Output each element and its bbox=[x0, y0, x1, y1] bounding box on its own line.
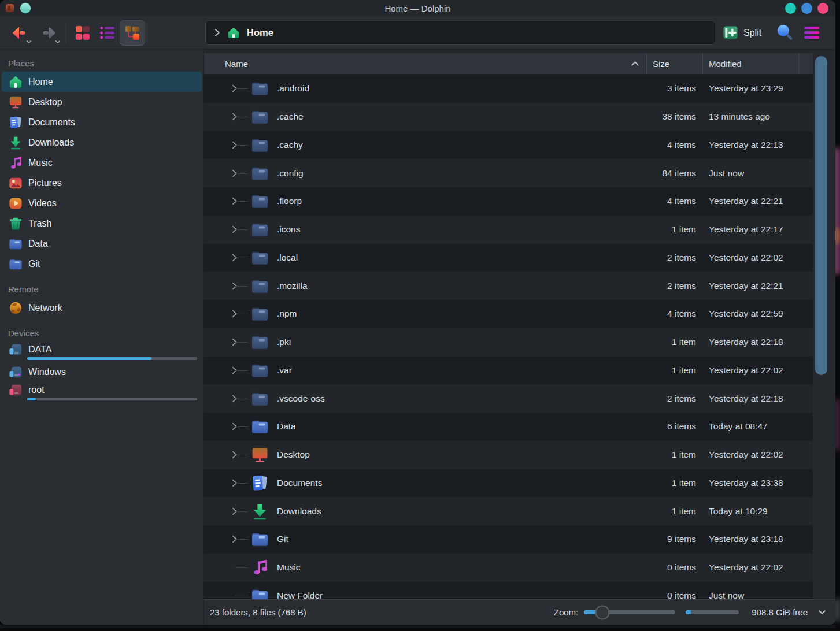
sidebar-item-windows[interactable]: Windows bbox=[2, 362, 202, 382]
column-header-name[interactable]: Name bbox=[204, 53, 646, 74]
file-size: 1 item bbox=[654, 365, 703, 376]
sidebar-item-label: Documents bbox=[28, 117, 75, 128]
file-size: 0 items bbox=[654, 591, 703, 599]
file-row-icons[interactable]: .icons 1 item Yesterday at 22:17 bbox=[204, 216, 813, 244]
scrollbar-thumb[interactable] bbox=[815, 56, 827, 375]
file-row-android[interactable]: .android 3 items Yesterday at 23:29 bbox=[204, 75, 813, 103]
file-name: Downloads bbox=[277, 506, 654, 517]
table-header: Name Size Modified bbox=[204, 53, 813, 75]
tree-branch-line bbox=[235, 117, 248, 117]
forward-button[interactable] bbox=[35, 20, 62, 46]
folder-hidden-icon bbox=[250, 135, 269, 154]
sidebar-item-downloads[interactable]: Downloads bbox=[2, 132, 202, 153]
file-row-local[interactable]: .local 2 items Yesterday at 22:02 bbox=[204, 244, 813, 272]
documents-icon bbox=[8, 115, 23, 130]
desktop-icon bbox=[8, 95, 23, 110]
details-view-icon bbox=[124, 24, 141, 42]
compact-view-button[interactable] bbox=[95, 20, 120, 46]
titlebar-pin-icon[interactable] bbox=[20, 2, 31, 14]
file-row-new-folder[interactable]: New Folder 0 items Just now bbox=[204, 582, 813, 600]
folder-hidden-icon bbox=[250, 192, 269, 211]
file-row-downloads[interactable]: Downloads 1 item Today at 10:29 bbox=[204, 497, 813, 525]
file-view: Name Size Modified .android 3 items Yest… bbox=[204, 49, 835, 625]
location-bar[interactable]: Home bbox=[205, 20, 715, 45]
tree-branch-line bbox=[235, 511, 248, 512]
close-button[interactable] bbox=[817, 3, 828, 14]
file-modified: Yesterday at 22:18 bbox=[703, 394, 813, 404]
tree-branch-line bbox=[235, 314, 248, 314]
file-row-config[interactable]: .config 84 items Just now bbox=[204, 159, 813, 187]
forward-arrow-icon bbox=[40, 25, 57, 40]
file-modified: Yesterday at 23:38 bbox=[703, 478, 813, 488]
chevron-right-icon[interactable] bbox=[214, 28, 220, 37]
folder-icon bbox=[8, 236, 23, 251]
sidebar-item-label: DATA bbox=[28, 344, 51, 355]
file-row-npm[interactable]: .npm 4 items Yesterday at 22:59 bbox=[204, 300, 813, 328]
music-icon bbox=[250, 558, 269, 577]
zoom-slider[interactable] bbox=[584, 610, 675, 614]
dolphin-window: Home — Dolphin bbox=[0, 0, 835, 625]
sidebar-item-root[interactable]: root bbox=[2, 382, 202, 402]
sidebar-item-home[interactable]: Home bbox=[2, 72, 202, 92]
file-row-documents[interactable]: Documents 1 item Yesterday at 23:38 bbox=[204, 469, 813, 498]
split-button[interactable]: Split bbox=[722, 20, 761, 45]
tree-branch-line bbox=[235, 426, 248, 427]
search-button[interactable] bbox=[775, 23, 794, 42]
maximize-button[interactable] bbox=[801, 3, 812, 14]
details-view-button[interactable] bbox=[120, 20, 145, 46]
zoom-slider-handle[interactable] bbox=[595, 605, 609, 619]
file-row-cache[interactable]: .cache 38 items 13 minutes ago bbox=[204, 103, 813, 131]
file-list: .android 3 items Yesterday at 23:29 .cac… bbox=[204, 75, 813, 599]
chevron-down-icon[interactable] bbox=[818, 610, 826, 615]
sidebar-item-network[interactable]: Network bbox=[2, 298, 202, 318]
desktop-icon bbox=[250, 446, 269, 465]
sidebar-item-documents[interactable]: Documents bbox=[2, 112, 202, 132]
file-name: .var bbox=[277, 365, 654, 376]
sidebar-item-data[interactable]: DATA bbox=[2, 342, 202, 362]
disk-usage-bar bbox=[27, 357, 197, 360]
file-modified: Yesterday at 22:21 bbox=[703, 196, 813, 206]
file-modified: Yesterday at 22:17 bbox=[703, 224, 813, 235]
file-row-desktop[interactable]: Desktop 1 item Yesterday at 22:02 bbox=[204, 441, 813, 469]
file-name: .npm bbox=[277, 309, 654, 319]
sidebar-item-trash[interactable]: Trash bbox=[2, 213, 202, 233]
file-modified: Yesterday at 22:21 bbox=[703, 281, 813, 291]
tree-branch-line bbox=[235, 567, 248, 568]
sidebar-item-git[interactable]: Git bbox=[2, 254, 202, 274]
file-row-mozilla[interactable]: .mozilla 2 items Yesterday at 22:21 bbox=[204, 272, 813, 300]
sidebar-item-data[interactable]: Data bbox=[2, 233, 202, 254]
sidebar-item-videos[interactable]: Videos bbox=[2, 193, 202, 213]
file-modified: Yesterday at 23:29 bbox=[703, 83, 813, 94]
file-size: 2 items bbox=[654, 281, 703, 291]
back-button[interactable] bbox=[6, 20, 34, 46]
chevron-down-icon[interactable] bbox=[55, 40, 61, 44]
sidebar-item-music[interactable]: Music bbox=[2, 153, 202, 173]
file-size: 1 item bbox=[654, 478, 703, 488]
sidebar-item-pictures[interactable]: Pictures bbox=[2, 173, 202, 193]
file-row-pki[interactable]: .pki 1 item Yesterday at 22:18 bbox=[204, 328, 813, 357]
chevron-down-icon[interactable] bbox=[26, 40, 32, 44]
file-name: Data bbox=[277, 421, 654, 432]
breadcrumb-location[interactable]: Home bbox=[247, 27, 273, 38]
minimize-button[interactable] bbox=[785, 3, 796, 14]
file-row-music[interactable]: Music 0 items Yesterday at 22:02 bbox=[204, 554, 813, 582]
sidebar-item-desktop[interactable]: Desktop bbox=[2, 92, 202, 112]
file-row-data[interactable]: Data 6 items Today at 08:47 bbox=[204, 413, 813, 441]
file-row-var[interactable]: .var 1 item Yesterday at 22:02 bbox=[204, 357, 813, 385]
hamburger-menu-button[interactable] bbox=[802, 25, 821, 40]
tree-branch-line bbox=[235, 286, 248, 287]
folder-icon bbox=[8, 257, 23, 272]
file-row-git[interactable]: Git 9 items Yesterday at 23:18 bbox=[204, 525, 813, 554]
file-modified: Yesterday at 22:02 bbox=[703, 365, 813, 376]
column-header-size[interactable]: Size bbox=[646, 53, 702, 74]
icons-view-button[interactable] bbox=[70, 20, 95, 46]
screen: Home — Dolphin bbox=[0, 0, 840, 631]
file-size: 1 item bbox=[654, 450, 703, 460]
column-header-modified[interactable]: Modified bbox=[702, 53, 798, 74]
file-row-cachy[interactable]: .cachy 4 items Yesterday at 22:13 bbox=[204, 131, 813, 159]
file-modified: Yesterday at 22:59 bbox=[703, 309, 813, 319]
vertical-scrollbar[interactable] bbox=[815, 53, 827, 599]
file-row-floorp[interactable]: .floorp 4 items Yesterday at 22:21 bbox=[204, 187, 813, 216]
file-size: 1 item bbox=[654, 506, 703, 517]
file-row-vscode-oss[interactable]: .vscode-oss 2 items Yesterday at 22:18 bbox=[204, 384, 813, 413]
